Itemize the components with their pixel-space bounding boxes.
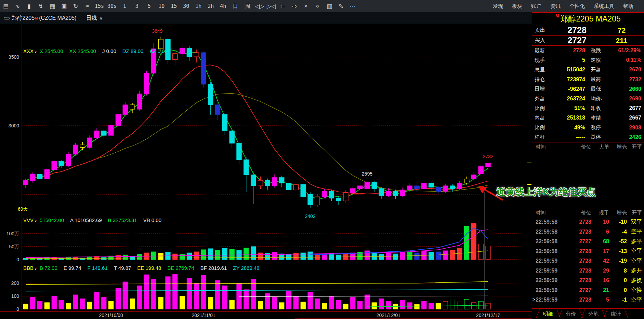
ma-line-red bbox=[26, 65, 488, 194]
tape-time: 22:59:59 bbox=[532, 268, 568, 274]
tape-oi-change: -52 bbox=[609, 238, 627, 245]
quote-label: 杠杆 bbox=[532, 134, 545, 140]
period-button-4h[interactable]: 4h bbox=[217, 3, 229, 9]
line-chart-icon[interactable]: ∿ bbox=[12, 3, 23, 10]
period-button-日[interactable]: 日 bbox=[229, 3, 241, 10]
indicator-value: B 327523.31 bbox=[108, 217, 137, 223]
tape-row: 22:59:59272842-19空平 bbox=[532, 256, 644, 266]
quote-label: 外盘 bbox=[532, 96, 545, 102]
menu-item-帮助[interactable]: 帮助 bbox=[619, 3, 638, 10]
candle-body bbox=[365, 182, 369, 189]
period-button-3[interactable]: 3 bbox=[131, 3, 143, 9]
period-dropdown[interactable]: 日线 ∨ bbox=[86, 15, 103, 22]
pane3-indicator-readout: BBB∨B 72.00E 99.74F 149.61T 49.87EE 199.… bbox=[23, 265, 266, 271]
period-button-10[interactable]: 10 bbox=[155, 3, 168, 9]
tape-openclose: 双平 bbox=[627, 219, 644, 226]
candle-body bbox=[173, 54, 178, 59]
pane3-bar bbox=[336, 300, 341, 309]
period-button-15[interactable]: 15 bbox=[168, 3, 180, 9]
pane3-bar bbox=[87, 302, 92, 309]
arrow-left-icon[interactable]: ⇦ bbox=[277, 3, 289, 10]
list-icon[interactable]: ▤ bbox=[0, 3, 12, 10]
chart-box-icon[interactable]: ▦ bbox=[47, 3, 58, 10]
menu-item-系统工具[interactable]: 系统工具 bbox=[589, 3, 619, 10]
indicator-name[interactable]: VVV bbox=[23, 217, 34, 223]
volume-bar bbox=[379, 254, 384, 260]
pane3-bar bbox=[293, 296, 298, 309]
candle-body bbox=[229, 131, 234, 143]
save-icon[interactable]: ▣ bbox=[58, 3, 70, 10]
candle-body bbox=[386, 191, 391, 195]
panel-tab-明细[interactable]: 明细 bbox=[537, 309, 560, 319]
expand-horizontal-icon[interactable]: ◁▷ bbox=[254, 3, 265, 10]
tape-price: 2728 bbox=[568, 297, 591, 303]
menu-item-板块[interactable]: 板块 bbox=[508, 3, 527, 10]
panel-tab-统计[interactable]: 统计 bbox=[605, 309, 627, 319]
more-icon[interactable]: ⋯ bbox=[347, 3, 358, 10]
tape-time: 22:59:59> bbox=[532, 297, 568, 303]
pane3-bar bbox=[301, 302, 305, 309]
volume-bar bbox=[173, 254, 178, 260]
double-down-icon[interactable]: » bbox=[312, 3, 324, 10]
tape-row: 22:59:58272817-13空平 bbox=[532, 247, 644, 256]
candle-body bbox=[443, 186, 448, 191]
indicator-value: EE 199.48 bbox=[137, 265, 161, 271]
period-button-15s[interactable]: 15s bbox=[93, 3, 106, 9]
pane3-bar bbox=[116, 288, 120, 309]
volume-bar bbox=[279, 254, 284, 260]
candle-body bbox=[343, 193, 348, 201]
candle-body bbox=[137, 94, 142, 109]
symbol-code: (CZCE MA205) bbox=[39, 15, 76, 21]
menu-item-发现[interactable]: 发现 bbox=[488, 3, 508, 10]
indicator-name[interactable]: BBB bbox=[23, 265, 34, 271]
menu-item-个性化[interactable]: 个性化 bbox=[565, 3, 589, 10]
volume-bar bbox=[393, 254, 398, 260]
period-button-1h[interactable]: 1h bbox=[192, 3, 205, 9]
period-button-5[interactable]: 5 bbox=[143, 3, 155, 9]
candle-body bbox=[222, 114, 227, 131]
indicator-name[interactable]: XXX bbox=[23, 48, 34, 54]
panel-tab-分价[interactable]: 分价 bbox=[560, 309, 582, 319]
candle-body bbox=[144, 73, 149, 94]
lightning-candle-icon[interactable]: ↯ bbox=[35, 3, 47, 10]
menu-item-资讯[interactable]: 资讯 bbox=[546, 3, 565, 10]
menu-item-账户[interactable]: 账户 bbox=[527, 3, 546, 10]
quote-label: 速涨 bbox=[588, 57, 601, 64]
chart-area[interactable]: XXX∨X 2545.00XX 2545.00J 0.00DZ 89.00KZ … bbox=[0, 24, 532, 319]
compare-icon[interactable]: ≈ bbox=[81, 3, 93, 10]
pane3-axis-label: 0 bbox=[1, 306, 19, 312]
tape-oi-change: -19 bbox=[609, 258, 627, 264]
candle-icon[interactable]: ▮ bbox=[23, 3, 35, 10]
chart-canvas[interactable] bbox=[0, 24, 532, 319]
tape-table-header: 时间价位现手增仓开平 bbox=[532, 208, 644, 217]
price-annotation: 2595 bbox=[362, 171, 372, 177]
quote-label: 跌停 bbox=[588, 134, 601, 140]
arrow-right-icon[interactable]: ⇨ bbox=[289, 3, 300, 10]
period-button-周[interactable]: 周 bbox=[241, 3, 254, 10]
draw-icon[interactable]: ✎ bbox=[335, 3, 347, 10]
volume-bar bbox=[272, 252, 277, 260]
period-button-2h[interactable]: 2h bbox=[205, 3, 217, 9]
collapse-horizontal-icon[interactable]: ▷◁ bbox=[265, 3, 277, 10]
quote-label: 开盘 bbox=[588, 67, 601, 73]
layout-icon[interactable]: ▥ bbox=[324, 3, 335, 10]
volume-bar bbox=[443, 251, 448, 260]
volume-indicator-readout: VVV∨515042.00A 1010582.69B 327523.31VB 0… bbox=[23, 217, 168, 223]
tape-price: 2727 bbox=[568, 287, 591, 293]
candle-body bbox=[215, 105, 220, 114]
period-button-30[interactable]: 30 bbox=[180, 3, 192, 9]
double-up-icon[interactable]: « bbox=[300, 3, 312, 10]
refresh-icon[interactable]: ↻ bbox=[70, 3, 81, 10]
ask-row[interactable]: 卖出 2728 72 bbox=[532, 25, 644, 36]
bid-row[interactable]: 买入 2727 211 bbox=[532, 36, 644, 46]
chevron-down-icon: ∨ bbox=[34, 266, 37, 271]
ask-label: 卖出 bbox=[532, 27, 555, 33]
volume-bar bbox=[308, 252, 313, 260]
period-button-30s[interactable]: 30s bbox=[106, 3, 118, 9]
indicator-value: X 2545.00 bbox=[40, 48, 63, 54]
tape-price: 2728 bbox=[568, 248, 591, 254]
pane3-bar bbox=[222, 286, 227, 309]
volume-bar bbox=[187, 253, 192, 260]
panel-tab-分笔[interactable]: 分笔 bbox=[582, 309, 605, 319]
period-button-1[interactable]: 1 bbox=[118, 3, 131, 9]
